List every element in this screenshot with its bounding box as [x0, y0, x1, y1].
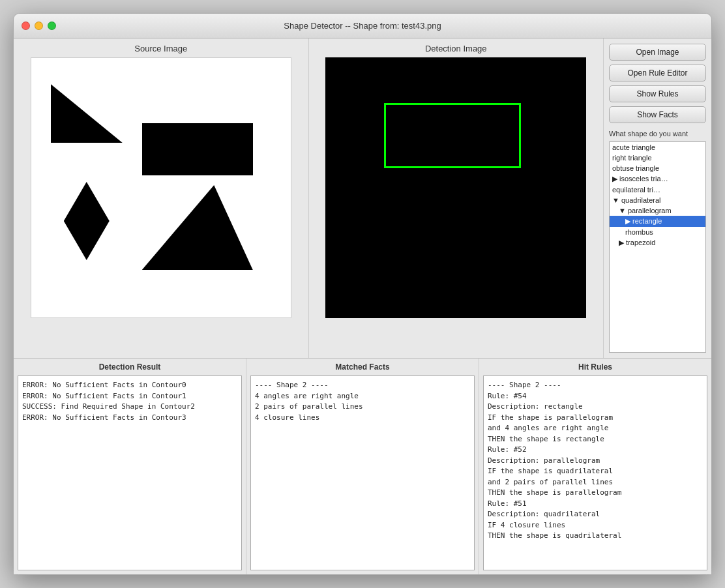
detection-result-panel: Detection Result ERROR: No Sufficient Fa…: [14, 359, 246, 574]
shape-diamond: [64, 182, 110, 260]
hit-rules-line: IF the shape is quadrilateral: [488, 466, 703, 477]
detection-result-title: Detection Result: [18, 362, 242, 372]
minimize-button[interactable]: [35, 22, 43, 30]
matched-facts-line: 4 angles are right angle: [255, 391, 470, 402]
open-image-button[interactable]: Open Image: [609, 44, 706, 61]
hit-rules-line: Description: parallelogram: [488, 456, 703, 467]
hit-rules-line: THEN the shape is parallelogram: [488, 488, 703, 499]
hit-rules-panel: Hit Rules ---- Shape 2 ----Rule: #54Desc…: [479, 359, 711, 574]
close-button[interactable]: [22, 22, 30, 30]
shape-tree[interactable]: acute triangle right triangle obtuse tri…: [609, 141, 706, 353]
tree-item-parallelogram[interactable]: ▼ parallelogram: [610, 205, 705, 216]
matched-facts-line: ---- Shape 2 ----: [255, 380, 470, 391]
top-section: Source Image Detection Image: [14, 38, 711, 358]
shape-tree-label: What shape do you want: [609, 130, 706, 138]
tree-item-obtuse_triangle[interactable]: obtuse triangle: [610, 163, 705, 173]
hit-rules-line: and 4 angles are right angle: [488, 423, 703, 434]
hit-rules-line: Description: rectangle: [488, 402, 703, 413]
right-panel: Open Image Open Rule Editor Show Rules S…: [604, 38, 711, 358]
show-rules-button[interactable]: Show Rules: [609, 85, 706, 102]
hit-rules-line: ---- Shape 2 ----: [488, 380, 703, 391]
detection-image-area: [325, 57, 586, 318]
window-title: Shape Detector -- Shape from: test43.png: [284, 21, 441, 31]
hit-rules-line: THEN the shape is rectangle: [488, 434, 703, 445]
hit-rules-line: and 2 pairs of parallel lines: [488, 477, 703, 488]
detected-rectangle-highlight: [384, 103, 521, 168]
shape-right-triangle: [51, 84, 123, 143]
shape-rectangle: [142, 123, 253, 175]
bottom-section: Detection Result ERROR: No Sufficient Fa…: [14, 358, 711, 574]
tree-item-equilateral_triangle[interactable]: equilateral tri…: [610, 184, 705, 195]
hit-rules-title: Hit Rules: [483, 362, 707, 372]
source-panel-title: Source Image: [134, 44, 187, 53]
tree-item-right_triangle[interactable]: right triangle: [610, 153, 705, 163]
tree-item-rhombus[interactable]: rhombus: [610, 227, 705, 237]
open-rule-editor-button[interactable]: Open Rule Editor: [609, 65, 706, 81]
source-image-area: [31, 57, 291, 318]
shape-large-triangle: [142, 185, 253, 270]
matched-facts-text: ---- Shape 2 ----4 angles are right angl…: [250, 375, 475, 570]
main-content: Source Image Detection Image: [14, 38, 711, 574]
detection-result-line: ERROR: No Sufficient Facts in Contour0: [22, 380, 237, 391]
matched-facts-line: 2 pairs of parallel lines: [255, 402, 470, 413]
titlebar: Shape Detector -- Shape from: test43.png: [14, 14, 711, 38]
matched-facts-title: Matched Facts: [250, 362, 475, 372]
detection-panel-title: Detection Image: [425, 44, 487, 53]
hit-rules-line: THEN the shape is quadrilateral: [488, 531, 703, 542]
detection-result-line: ERROR: No Sufficient Facts in Contour3: [22, 413, 237, 424]
hit-rules-line: IF 4 closure lines: [488, 520, 703, 531]
matched-facts-line: 4 closure lines: [255, 413, 470, 424]
detection-result-line: SUCCESS: Find Required Shape in Contour2: [22, 402, 237, 413]
hit-rules-text: ---- Shape 2 ----Rule: #54Description: r…: [483, 375, 707, 570]
hit-rules-line: Rule: #54: [488, 391, 703, 402]
detection-result-line: ERROR: No Sufficient Facts in Contour1: [22, 391, 237, 402]
traffic-lights: [22, 22, 56, 30]
hit-rules-line: Rule: #51: [488, 499, 703, 510]
detection-panel: Detection Image: [309, 38, 604, 358]
main-window: Shape Detector -- Shape from: test43.png…: [13, 13, 712, 575]
tree-item-isosceles_triangle[interactable]: ▶ isosceles tria…: [610, 173, 705, 184]
hit-rules-line: Rule: #52: [488, 445, 703, 456]
tree-item-rectangle[interactable]: ▶ rectangle: [610, 216, 705, 227]
detection-result-text: ERROR: No Sufficient Facts in Contour0ER…: [18, 375, 242, 570]
matched-facts-panel: Matched Facts ---- Shape 2 ----4 angles …: [246, 359, 479, 574]
tree-item-acute_triangle[interactable]: acute triangle: [610, 142, 705, 153]
show-facts-button[interactable]: Show Facts: [609, 106, 706, 123]
hit-rules-line: IF the shape is parallelogram: [488, 413, 703, 424]
maximize-button[interactable]: [48, 22, 56, 30]
tree-item-trapezoid[interactable]: ▶ trapezoid: [610, 237, 705, 248]
source-panel: Source Image: [14, 38, 309, 358]
hit-rules-line: Description: quadrilateral: [488, 509, 703, 520]
tree-item-quadrilateral[interactable]: ▼ quadrilateral: [610, 195, 705, 205]
